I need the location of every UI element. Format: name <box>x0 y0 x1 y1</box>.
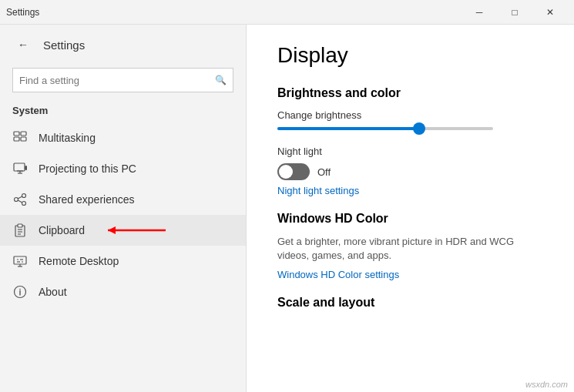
svg-marker-21 <box>108 226 116 234</box>
shared-icon <box>12 192 28 207</box>
titlebar: Settings ─ □ ✕ <box>0 0 574 25</box>
back-button[interactable]: ← <box>12 34 34 55</box>
svg-rect-2 <box>14 137 19 141</box>
search-input[interactable] <box>19 75 215 86</box>
watermark: wsxdn.com <box>525 380 568 389</box>
svg-line-13 <box>18 196 22 199</box>
close-button[interactable]: ✕ <box>532 0 568 25</box>
sidebar-header: ← Settings <box>0 25 246 65</box>
svg-point-10 <box>15 198 18 202</box>
scale-section-heading: Scale and layout <box>277 296 543 310</box>
sidebar: ← Settings 🔍 System Multitasking <box>0 25 247 392</box>
multitasking-icon <box>12 130 28 146</box>
svg-rect-16 <box>18 224 22 227</box>
titlebar-left: Settings <box>0 7 39 18</box>
toggle-knob <box>279 165 293 179</box>
slider-thumb[interactable] <box>413 122 425 135</box>
brightness-label: Change brightness <box>277 109 543 121</box>
svg-rect-8 <box>26 166 27 170</box>
sidebar-item-clipboard[interactable]: Clipboard <box>0 215 246 246</box>
sidebar-item-remote[interactable]: Remote Desktop <box>0 246 246 276</box>
content-area: Display Brightness and color Change brig… <box>247 25 574 392</box>
about-label: About <box>39 286 67 298</box>
remote-label: Remote Desktop <box>39 255 119 267</box>
hd-color-section-heading: Windows HD Color <box>277 212 543 226</box>
remote-icon <box>12 253 28 269</box>
shared-label: Shared experiences <box>39 193 135 206</box>
maximize-button[interactable]: □ <box>497 0 532 25</box>
svg-rect-4 <box>14 163 25 171</box>
svg-rect-1 <box>21 132 26 136</box>
night-light-row: Off <box>277 163 543 180</box>
sidebar-section-label: System <box>0 102 246 122</box>
search-box[interactable]: 🔍 <box>12 68 233 92</box>
hd-color-description: Get a brighter, more vibrant picture in … <box>277 235 543 263</box>
titlebar-title: Settings <box>6 7 39 18</box>
brightness-slider[interactable] <box>277 127 493 130</box>
titlebar-controls: ─ □ ✕ <box>462 0 568 25</box>
slider-track <box>277 127 493 130</box>
svg-rect-22 <box>14 256 26 264</box>
svg-point-31 <box>19 289 21 290</box>
slider-fill <box>277 127 418 130</box>
clipboard-icon <box>12 223 28 238</box>
svg-line-14 <box>18 200 22 203</box>
sidebar-item-multitasking[interactable]: Multitasking <box>0 122 246 153</box>
sidebar-item-about[interactable]: About <box>0 276 246 307</box>
search-icon: 🔍 <box>215 75 227 85</box>
brightness-section-heading: Brightness and color <box>277 86 543 100</box>
night-light-toggle[interactable] <box>277 163 310 180</box>
minimize-button[interactable]: ─ <box>462 0 497 25</box>
night-light-status: Off <box>317 166 331 178</box>
arrow-annotation <box>100 221 170 240</box>
projecting-icon <box>12 161 28 176</box>
about-icon <box>12 284 28 300</box>
hd-color-link[interactable]: Windows HD Color settings <box>277 269 543 280</box>
main-container: ← Settings 🔍 System Multitasking <box>0 25 574 392</box>
projecting-label: Projecting to this PC <box>39 162 136 175</box>
svg-point-11 <box>22 194 26 198</box>
page-title: Display <box>277 43 543 68</box>
svg-rect-0 <box>14 132 19 136</box>
sidebar-item-projecting[interactable]: Projecting to this PC <box>0 153 246 184</box>
svg-rect-3 <box>21 137 26 141</box>
sidebar-item-shared[interactable]: Shared experiences <box>0 184 246 215</box>
sidebar-app-title: Settings <box>43 39 85 52</box>
svg-point-12 <box>22 202 26 206</box>
svg-marker-9 <box>25 166 26 170</box>
night-light-link[interactable]: Night light settings <box>277 185 543 196</box>
multitasking-label: Multitasking <box>39 132 96 144</box>
night-light-label: Night light <box>277 146 543 157</box>
clipboard-label: Clipboard <box>39 224 85 236</box>
